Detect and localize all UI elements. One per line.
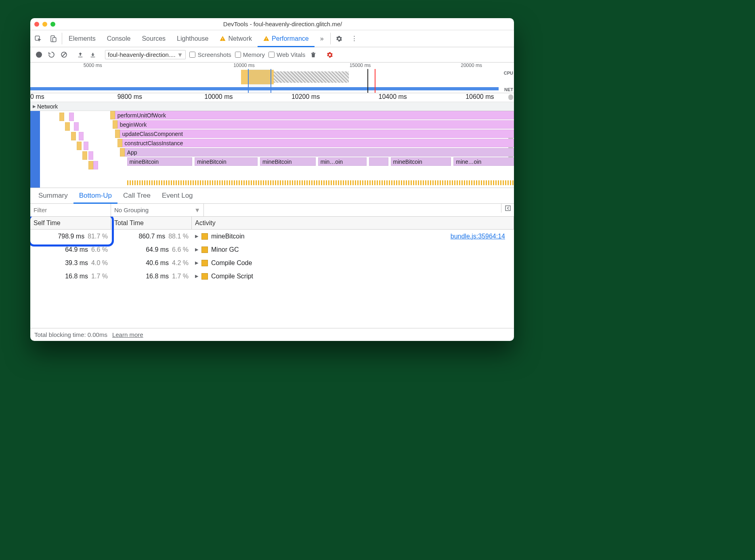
total-ms: 40.6 ms xyxy=(146,259,169,267)
self-ms: 798.9 ms xyxy=(58,233,84,240)
tab-elements[interactable]: Elements xyxy=(63,30,101,47)
tab-performance[interactable]: Performance xyxy=(258,30,315,47)
record-button[interactable] xyxy=(34,50,43,59)
subtab-event-log[interactable]: Event Log xyxy=(156,188,199,203)
subtab-call-tree[interactable]: Call Tree xyxy=(117,188,156,203)
settings-icon[interactable] xyxy=(331,30,347,47)
header-self-time[interactable]: Self Time xyxy=(30,217,111,229)
close-window-icon[interactable] xyxy=(34,22,39,27)
capture-settings-icon[interactable] xyxy=(325,50,334,59)
kebab-menu-icon[interactable]: ⋮ xyxy=(347,30,362,47)
svg-rect-4 xyxy=(222,40,223,40)
table-row[interactable]: 798.9 ms81.7 % 860.7 ms88.1 % ▶mineBitco… xyxy=(30,230,514,243)
flame-block[interactable] xyxy=(82,151,87,160)
flame-block[interactable] xyxy=(77,142,82,150)
grouping-selector[interactable]: No Grouping▼ xyxy=(111,204,204,216)
tabs-overflow[interactable]: » xyxy=(315,30,329,47)
self-pct: 4.0 % xyxy=(91,259,108,267)
overview-hatched xyxy=(274,71,349,83)
memory-checkbox[interactable]: Memory xyxy=(235,51,265,58)
scrollbar-thumb[interactable] xyxy=(508,94,513,100)
svg-rect-3 xyxy=(222,38,223,40)
flame-block[interactable] xyxy=(93,161,98,169)
learn-more-link[interactable]: Learn more xyxy=(112,331,143,338)
expand-icon[interactable]: ▶ xyxy=(195,247,198,252)
zoom-window-icon[interactable] xyxy=(50,22,55,27)
filter-input[interactable] xyxy=(30,204,111,216)
clear-button[interactable] xyxy=(59,50,68,59)
self-pct: 1.7 % xyxy=(91,273,108,280)
filter-bar: No Grouping▼ xyxy=(30,204,514,217)
garbage-collect-icon[interactable] xyxy=(309,50,318,59)
total-pct: 4.2 % xyxy=(172,259,189,267)
flame-block-minebitcoin[interactable]: min…oin xyxy=(318,157,367,166)
table-row[interactable]: 64.9 ms6.6 % 64.9 ms6.6 % ▶Minor GC xyxy=(30,243,514,256)
self-ms: 39.3 ms xyxy=(65,259,88,267)
flame-block[interactable] xyxy=(74,122,79,131)
self-pct: 81.7 % xyxy=(88,233,108,240)
flame-block[interactable]: constructClassInstance xyxy=(122,139,514,147)
table-row[interactable]: 16.8 ms1.7 % 16.8 ms1.7 % ▶Compile Scrip… xyxy=(30,270,514,283)
flame-block-minebitcoin[interactable] xyxy=(369,157,388,166)
total-pct: 6.6 % xyxy=(172,246,189,253)
flame-block[interactable] xyxy=(69,113,74,121)
reload-record-button[interactable] xyxy=(47,50,56,59)
webvitals-checkbox[interactable]: Web Vitals xyxy=(268,51,305,58)
self-ms: 16.8 ms xyxy=(65,273,88,280)
flame-block[interactable] xyxy=(113,120,117,129)
tab-lighthouse[interactable]: Lighthouse xyxy=(171,30,214,47)
flame-chart[interactable]: performUnitOfWorkbeginWorkupdateClassCom… xyxy=(30,111,514,188)
bottom-up-table: Self Time Total Time Activity 798.9 ms81… xyxy=(30,217,514,328)
subtab-summary[interactable]: Summary xyxy=(33,188,73,203)
flame-block[interactable]: App xyxy=(125,148,514,157)
flame-block-minebitcoin[interactable]: mine…oin xyxy=(453,157,514,166)
screenshots-checkbox[interactable]: Screenshots xyxy=(189,51,231,58)
tab-console[interactable]: Console xyxy=(101,30,136,47)
load-profile-icon[interactable] xyxy=(76,50,85,59)
inspect-icon[interactable] xyxy=(30,30,46,47)
flame-block[interactable] xyxy=(79,132,84,140)
header-activity[interactable]: Activity xyxy=(192,217,514,229)
flame-block[interactable] xyxy=(115,130,120,138)
ruler-tick: 10600 ms xyxy=(466,93,494,100)
flame-block[interactable] xyxy=(71,132,76,140)
network-track-header[interactable]: Network xyxy=(30,102,514,111)
flame-block-minebitcoin[interactable]: mineBitcoin xyxy=(391,157,451,166)
flame-block[interactable]: performUnitOfWork xyxy=(115,111,514,119)
activity-name: Minor GC xyxy=(211,246,239,253)
flame-block[interactable] xyxy=(88,161,93,169)
flame-block-minebitcoin[interactable]: mineBitcoin xyxy=(127,157,193,166)
flame-block[interactable] xyxy=(110,111,115,119)
recording-selector[interactable]: foul-heavenly-direction....▼ xyxy=(105,50,186,59)
flame-block[interactable] xyxy=(117,139,122,147)
flame-block-minebitcoin[interactable]: mineBitcoin xyxy=(195,157,258,166)
show-heaviest-stack-icon[interactable] xyxy=(501,204,514,213)
flame-block[interactable] xyxy=(84,142,88,150)
traffic-lights xyxy=(34,22,55,27)
overview-selection[interactable] xyxy=(248,69,271,93)
expand-icon[interactable]: ▶ xyxy=(195,234,198,239)
flame-block-minebitcoin[interactable]: mineBitcoin xyxy=(260,157,316,166)
flame-block[interactable]: updateClassComponent xyxy=(120,130,514,138)
minimize-window-icon[interactable] xyxy=(42,22,47,27)
flame-block[interactable] xyxy=(88,151,93,160)
timeline-overview[interactable]: 5000 ms10000 ms15000 ms20000 ms CPU NET xyxy=(30,63,514,93)
expand-icon[interactable]: ▶ xyxy=(195,260,198,265)
ruler-tick: 10200 ms xyxy=(292,93,320,100)
tab-network[interactable]: Network xyxy=(214,30,258,47)
flame-block[interactable] xyxy=(65,122,70,131)
total-ms: 16.8 ms xyxy=(146,273,169,280)
detail-ruler: 0 ms9800 ms10000 ms10200 ms10400 ms10600… xyxy=(30,93,514,102)
flame-block[interactable] xyxy=(120,148,125,157)
save-profile-icon[interactable] xyxy=(88,50,97,59)
flame-block[interactable] xyxy=(59,113,64,121)
table-row[interactable]: 39.3 ms4.0 % 40.6 ms4.2 % ▶Compile Code xyxy=(30,256,514,270)
cpu-label: CPU xyxy=(504,71,513,75)
expand-icon[interactable]: ▶ xyxy=(195,274,198,279)
tab-sources[interactable]: Sources xyxy=(136,30,171,47)
header-total-time[interactable]: Total Time xyxy=(111,217,192,229)
source-link[interactable]: bundle.js:35964:14 xyxy=(451,233,505,240)
flame-block[interactable]: beginWork xyxy=(117,120,514,129)
device-toggle-icon[interactable] xyxy=(46,30,61,47)
subtab-bottom-up[interactable]: Bottom-Up xyxy=(73,188,117,203)
